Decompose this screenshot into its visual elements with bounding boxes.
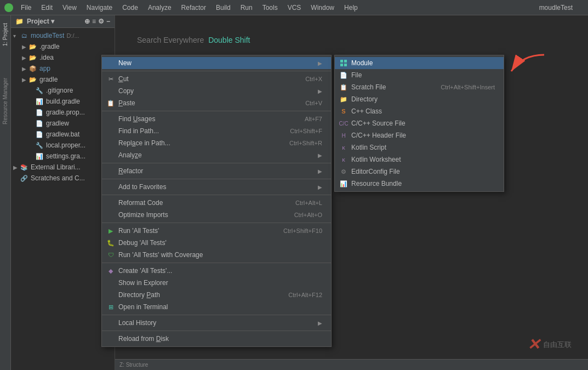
toolbar-close-btn[interactable]: − <box>106 18 110 25</box>
menu-edit[interactable]: Edit <box>37 3 57 13</box>
window-title: moudleTest <box>539 4 584 12</box>
ctx-label-reformat: Reformat Code <box>118 199 292 207</box>
tree-item-scratches[interactable]: 🔗 Scratches and C... <box>11 173 115 184</box>
ctx-item-analyze[interactable]: Analyze ▶ <box>102 149 331 161</box>
ctx-icon-optimize <box>106 210 115 219</box>
tree-item-settings-gradle[interactable]: 📊 settings.gra... <box>11 151 115 162</box>
ctx-item-find-usages[interactable]: Find Usages Alt+F7 <box>102 113 331 125</box>
ctx-item-terminal[interactable]: ⊞ Open in Terminal <box>102 301 331 313</box>
ctx-item-optimize[interactable]: Optimize Imports Ctrl+Alt+O <box>102 209 331 221</box>
tree-item-app[interactable]: ▶ 📦 app <box>11 63 115 74</box>
ctx-item-local-history[interactable]: Local History ▶ <box>102 317 331 329</box>
tree-item-gitignore[interactable]: 🔧 .gitignore <box>11 85 115 96</box>
left-tab-resource[interactable]: Resource Manager <box>1 76 9 127</box>
tree-item-ext-libs[interactable]: ▶ 📚 External Librari... <box>11 162 115 173</box>
ctx-item-kotlin-script[interactable]: κ Kotlin Script <box>335 141 504 153</box>
tree-item-gradlew[interactable]: 📄 gradlew <box>11 118 115 129</box>
ctx-arrow-analyze: ▶ <box>318 152 322 158</box>
ctx-icon-kotlin-worksheet: κ <box>339 155 348 164</box>
ctx-item-refactor[interactable]: Refactor ▶ <box>102 165 331 177</box>
tree-item-build-gradle[interactable]: 📊 build.gradle <box>11 96 115 107</box>
toolbar-add-btn[interactable]: ⊕ <box>84 18 90 25</box>
ctx-shortcut-cut: Ctrl+X <box>305 76 322 82</box>
ctx-item-reformat[interactable]: Reformat Code Ctrl+Alt+L <box>102 197 331 209</box>
ctx-label-run-coverage: Run 'All Tests' with Coverage <box>118 251 322 259</box>
tree-arrow-root: ▾ <box>13 33 20 39</box>
menu-code[interactable]: Code <box>118 3 142 13</box>
ctx-item-scratch-file[interactable]: 📋 Scratch File Ctrl+Alt+Shift+Insert <box>335 81 504 93</box>
tree-arrow-gradle: ▶ <box>22 77 28 83</box>
ctx-item-find-path[interactable]: Find in Path... Ctrl+Shift+F <box>102 125 331 137</box>
menu-tools[interactable]: Tools <box>258 3 282 13</box>
tree-label-idea: .idea <box>39 54 54 61</box>
menu-help[interactable]: Help <box>340 3 362 13</box>
watermark-text: 自由互联 <box>543 340 572 350</box>
tree-item-gradle-prop[interactable]: 📄 gradle.prop... <box>11 107 115 118</box>
tree-item-gradle-hidden[interactable]: ▶ 📂 .gradle <box>11 41 115 52</box>
ctx-item-editorconfig[interactable]: ⚙ EditorConfig File <box>335 166 504 178</box>
menu-build[interactable]: Build <box>212 3 235 13</box>
ctx-item-reload[interactable]: Reload from Disk <box>102 333 331 345</box>
ctx-icon-terminal: ⊞ <box>106 303 115 311</box>
ctx-item-run-tests[interactable]: ▶ Run 'All Tests' Ctrl+Shift+F10 <box>102 225 331 237</box>
tree-item-gradle[interactable]: ▶ 📂 gradle <box>11 74 115 85</box>
toolbar-collapse-btn[interactable]: ≡ <box>92 18 96 25</box>
structure-tab-label[interactable]: Z: Structure <box>119 362 148 368</box>
tree-item-root[interactable]: ▾ 🗂 moudleTest D:/... <box>11 30 115 41</box>
ctx-item-cpp-source[interactable]: C/C C/C++ Source File <box>335 117 504 129</box>
tree-item-local-props[interactable]: 🔧 local.proper... <box>11 140 115 151</box>
ctx-sep-5 <box>102 195 331 195</box>
menu-file[interactable]: File <box>16 3 36 13</box>
tree-label-settings-gradle: settings.gra... <box>46 152 85 160</box>
ctx-item-copy[interactable]: Copy ▶ <box>102 85 331 97</box>
tree-label-gradlew-bat: gradlew.bat <box>46 130 79 138</box>
ctx-icon-module <box>339 59 348 67</box>
ctx-item-cpp-header[interactable]: H C/C++ Header File <box>335 129 504 141</box>
ctx-item-create-tests[interactable]: ◆ Create 'All Tests'... <box>102 265 331 277</box>
ctx-icon-create-tests: ◆ <box>106 266 115 275</box>
menu-window[interactable]: Window <box>306 3 339 13</box>
ctx-item-resource-bundle[interactable]: 📊 Resource Bundle <box>335 178 504 190</box>
tree-item-gradlew-bat[interactable]: 📄 gradlew.bat <box>11 129 115 140</box>
ctx-label-local-history: Local History <box>118 319 312 327</box>
menu-refactor[interactable]: Refactor <box>177 3 210 13</box>
ctx-shortcut-reformat: Ctrl+Alt+L <box>295 200 322 206</box>
ctx-shortcut-paste: Ctrl+V <box>305 100 322 106</box>
ctx-item-paste[interactable]: 📋 Paste Ctrl+V <box>102 97 331 109</box>
ctx-item-dir-path[interactable]: Directory Path Ctrl+Alt+F12 <box>102 289 331 301</box>
ctx-label-file: File <box>351 71 495 79</box>
ctx-sep-2 <box>102 111 331 111</box>
ctx-item-kotlin-worksheet[interactable]: κ Kotlin Worksheet <box>335 153 504 166</box>
ctx-item-run-coverage[interactable]: 🛡 Run 'All Tests' with Coverage <box>102 249 331 261</box>
ctx-item-cut[interactable]: ✂ Cut Ctrl+X <box>102 73 331 85</box>
ctx-item-replace-path[interactable]: Replace in Path... Ctrl+Shift+R <box>102 137 331 149</box>
tree-icon-gradlew-bat: 📄 <box>35 130 44 139</box>
ctx-icon-reload <box>106 334 115 343</box>
ctx-item-module[interactable]: Module <box>335 57 504 69</box>
menu-view[interactable]: View <box>58 3 81 13</box>
tree-item-idea[interactable]: ▶ 📂 .idea <box>11 52 115 63</box>
menu-navigate[interactable]: Navigate <box>82 3 117 13</box>
toolbar-settings-btn[interactable]: ⚙ <box>98 18 104 25</box>
ctx-item-favorites[interactable]: Add to Favorites ▶ <box>102 181 331 193</box>
menu-vcs[interactable]: VCS <box>283 3 306 13</box>
ctx-icon-paste: 📋 <box>106 99 115 107</box>
ctx-label-run-tests: Run 'All Tests' <box>118 227 280 235</box>
ctx-shortcut-run-tests: Ctrl+Shift+F10 <box>283 227 322 234</box>
ctx-item-debug-tests[interactable]: 🐛 Debug 'All Tests' <box>102 237 331 249</box>
ctx-icon-scratch-file: 📋 <box>339 83 348 92</box>
ctx-item-file[interactable]: 📄 File <box>335 69 504 81</box>
ctx-item-show-explorer[interactable]: Show in Explorer <box>102 277 331 289</box>
ctx-item-directory[interactable]: 📁 Directory <box>335 93 504 105</box>
ctx-item-new[interactable]: New ▶ <box>102 57 331 69</box>
ctx-shortcut-scratch-file: Ctrl+Alt+Shift+Insert <box>441 84 495 90</box>
menu-run[interactable]: Run <box>236 3 257 13</box>
left-tab-project[interactable]: 1: Project <box>1 21 9 48</box>
tree-icon-gradle-prop: 📄 <box>35 108 44 117</box>
app-icon <box>4 3 13 12</box>
ctx-label-create-tests: Create 'All Tests'... <box>118 267 322 275</box>
menu-analyze[interactable]: Analyze <box>144 3 176 13</box>
tree-arrow-idea: ▶ <box>22 55 28 61</box>
ctx-item-cpp-class[interactable]: S C++ Class <box>335 105 504 117</box>
tree-arrow-ext-libs: ▶ <box>13 164 20 170</box>
